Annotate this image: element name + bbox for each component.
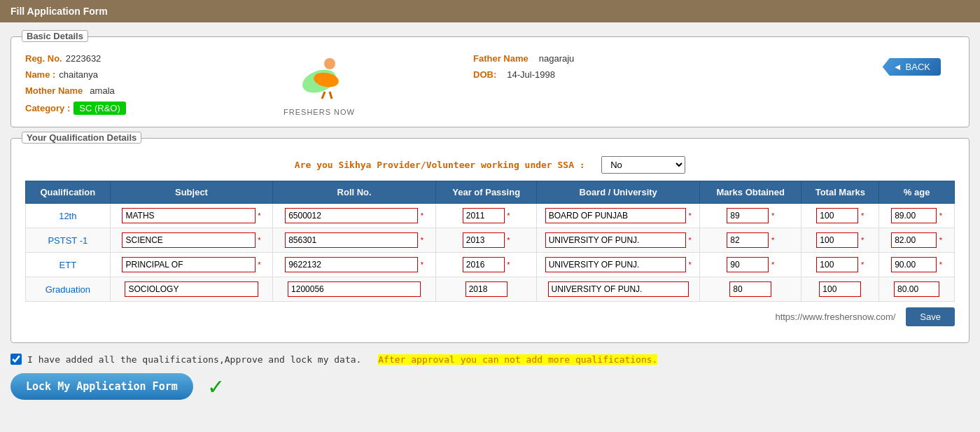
marks-obtained-input[interactable]: [727, 232, 769, 248]
required-star: *: [258, 236, 260, 244]
percentage-input[interactable]: [891, 257, 937, 272]
required-star: *: [421, 260, 424, 269]
url-save-row: https://www.freshersnow.com/ Save: [25, 307, 955, 326]
mother-name-value: amala: [90, 85, 114, 96]
reg-no-value: 2223632: [66, 53, 102, 64]
roll-no-input[interactable]: [288, 281, 421, 297]
father-name-value: nagaraju: [539, 53, 575, 64]
bottom-area: I have added all the qualifications,Appr…: [10, 354, 969, 400]
qualification-link[interactable]: ETT: [59, 260, 77, 270]
table-row: Graduation: [26, 277, 955, 302]
marks-obtained-input[interactable]: [729, 281, 771, 297]
subject-input[interactable]: [125, 281, 258, 297]
col-roll-no: Roll No.: [273, 181, 436, 204]
board-input[interactable]: [545, 208, 686, 223]
basic-details-section: Basic Details ◄ BACK Reg. No. 2223632 Na…: [10, 36, 969, 127]
qualification-section: Your Qualification Details Are you Sikhy…: [10, 138, 969, 343]
required-star: *: [689, 211, 692, 220]
required-star: *: [258, 260, 260, 269]
lock-application-button[interactable]: Lock My Application Form: [10, 373, 193, 400]
total-marks-input[interactable]: [816, 208, 858, 223]
col-subject: Subject: [110, 181, 273, 204]
category-label: Category :: [25, 103, 70, 113]
required-star: *: [507, 236, 510, 244]
svg-line-3: [322, 92, 325, 99]
table-row: ETT * * * * * * *: [26, 253, 955, 277]
marks-obtained-input[interactable]: [727, 257, 769, 272]
required-star: *: [507, 260, 510, 269]
mother-name-label: Mother Name: [25, 85, 83, 96]
approval-checkbox[interactable]: [10, 354, 22, 365]
logo-text: FRESHERS NOW: [284, 108, 355, 116]
table-row: PSTST -1 * * * * * * *: [26, 228, 955, 253]
checkbox-text-highlight: After approval you can not add more qual…: [378, 354, 657, 365]
required-star: *: [939, 260, 942, 269]
required-star: *: [689, 236, 692, 244]
checkbox-text-normal: I have added all the qualifications,Appr…: [27, 354, 361, 365]
required-star: *: [421, 211, 424, 220]
ssa-dropdown[interactable]: No Yes: [601, 156, 685, 174]
board-input[interactable]: [548, 281, 689, 297]
required-star: *: [507, 211, 510, 220]
subject-input[interactable]: [122, 208, 255, 223]
dob-value: 14-Jul-1998: [507, 69, 555, 80]
required-star: *: [421, 236, 424, 244]
qualification-link[interactable]: Graduation: [46, 284, 90, 295]
table-row: 12th * * * * * * *: [26, 204, 955, 228]
name-value: chaitanya: [59, 69, 98, 80]
qualification-table: Qualification Subject Roll No. Year of P…: [25, 181, 955, 302]
required-star: *: [861, 260, 864, 269]
year-input[interactable]: [463, 257, 505, 272]
required-star: *: [939, 211, 942, 220]
qualification-link[interactable]: 12th: [59, 211, 76, 221]
required-star: *: [771, 211, 774, 220]
svg-line-4: [330, 92, 332, 99]
roll-no-input[interactable]: [285, 257, 418, 272]
total-marks-input[interactable]: [816, 257, 858, 272]
marks-obtained-input[interactable]: [727, 208, 769, 223]
col-total-marks: Total Marks: [802, 181, 879, 204]
percentage-input[interactable]: [894, 281, 939, 297]
required-star: *: [258, 211, 260, 220]
col-year-of-passing: Year of Passing: [435, 181, 536, 204]
required-star: *: [861, 236, 864, 244]
qualification-link[interactable]: PSTST -1: [48, 235, 88, 246]
back-button[interactable]: ◄ BACK: [883, 58, 941, 76]
basic-details-label: Basic Details: [22, 30, 88, 42]
year-input[interactable]: [463, 232, 505, 248]
back-arrow-icon: ◄: [893, 62, 902, 72]
subject-input[interactable]: [122, 232, 255, 248]
year-input[interactable]: [463, 208, 505, 223]
board-input[interactable]: [545, 232, 686, 248]
total-marks-input[interactable]: [816, 232, 858, 248]
url-text: https://www.freshersnow.com/: [775, 312, 895, 322]
required-star: *: [771, 260, 774, 269]
col-qualification: Qualification: [26, 181, 111, 204]
col-percentage: % age: [879, 181, 955, 204]
required-star: *: [689, 260, 692, 269]
year-input[interactable]: [465, 281, 507, 297]
father-name-label: Father Name: [473, 53, 528, 64]
freshers-now-logo: [291, 53, 347, 102]
checkbox-row: I have added all the qualifications,Appr…: [10, 354, 969, 365]
board-input[interactable]: [545, 257, 686, 272]
dob-label: DOB:: [473, 69, 496, 80]
col-board: Board / University: [537, 181, 700, 204]
percentage-input[interactable]: [891, 232, 937, 248]
required-star: *: [861, 211, 864, 220]
roll-no-input[interactable]: [285, 232, 418, 248]
total-marks-input[interactable]: [819, 281, 861, 297]
qualification-section-label: Your Qualification Details: [22, 132, 141, 144]
roll-no-input[interactable]: [285, 208, 418, 223]
percentage-input[interactable]: [891, 208, 937, 223]
required-star: *: [939, 236, 942, 244]
header-bar: Fill Application Form: [0, 0, 980, 22]
save-button[interactable]: Save: [906, 307, 955, 326]
category-badge: SC (R&O): [74, 102, 126, 115]
header-title: Fill Application Form: [10, 6, 108, 17]
col-marks-obtained: Marks Obtained: [700, 181, 802, 204]
ssa-question-text: Are you Sikhya Provider/Volunteer workin…: [295, 160, 585, 170]
name-label: Name :: [25, 69, 55, 80]
svg-point-0: [324, 58, 335, 69]
subject-input[interactable]: [122, 257, 255, 272]
